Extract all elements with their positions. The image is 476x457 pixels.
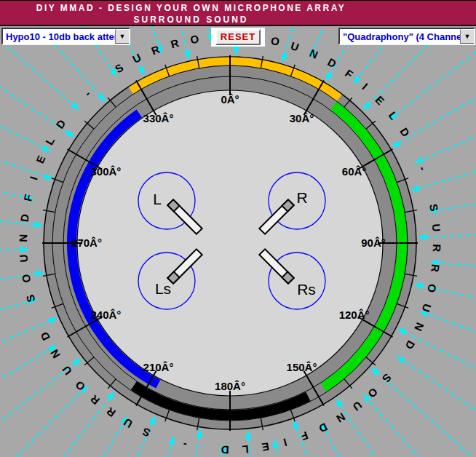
channel-format-value: "Quadraphony" (4 Channels <box>340 31 460 42</box>
svg-text:L: L <box>242 443 249 456</box>
degree-label: 300Â° <box>90 165 121 178</box>
svg-text:R: R <box>429 263 442 273</box>
svg-text:D: D <box>221 444 229 456</box>
degree-label: 150Â° <box>287 361 317 373</box>
channel-format-select[interactable]: "Quadraphony" (4 Channels ▼ <box>338 28 475 45</box>
mic-pattern-value: Hypo10 - 10db back atten. <box>3 31 115 42</box>
mic-label-R: R <box>296 189 307 206</box>
svg-text:N: N <box>17 234 29 242</box>
svg-text:D: D <box>18 213 31 223</box>
svg-text:U: U <box>17 254 30 263</box>
surround-dial: SOUNDFIELD-SURROUNDSOUNDFIELD-SURROUNDSO… <box>0 0 476 457</box>
dial-interior <box>77 90 383 396</box>
degree-label: 330Â° <box>143 112 174 124</box>
mic-label-Rs: Rs <box>297 281 316 298</box>
mic-label-Ls: Ls <box>155 280 171 297</box>
degree-label: 270Â° <box>71 237 102 249</box>
degree-label: 0Â° <box>221 93 239 106</box>
app-title: DIY MMAD - DESIGN YOUR OWN MICROPHONE AR… <box>0 3 382 13</box>
degree-label: 120Â° <box>339 309 370 321</box>
title-bar: DIY MMAD - DESIGN YOUR OWN MICROPHONE AR… <box>0 0 476 26</box>
degree-label: 60Â° <box>342 165 367 178</box>
degree-label: 30Â° <box>290 112 314 124</box>
reset-button[interactable]: RESET <box>215 29 261 45</box>
app-subtitle: SURROUND SOUND <box>0 15 382 25</box>
degree-label: 210Â° <box>143 361 174 373</box>
degree-label: 180Â° <box>215 380 245 392</box>
svg-text:U: U <box>430 223 443 232</box>
chevron-down-icon[interactable]: ▼ <box>460 29 474 44</box>
degree-label: 240Â° <box>90 309 121 321</box>
svg-text:R: R <box>431 244 443 252</box>
title-text: DIY MMAD - DESIGN YOUR OWN MICROPHONE AR… <box>0 3 382 25</box>
mmad-app-window: { "header": { "line1": "DIY MMAD - DESIG… <box>0 0 476 457</box>
chevron-down-icon[interactable]: ▼ <box>115 29 129 44</box>
mic-pattern-select[interactable]: Hypo10 - 10db back atten. ▼ <box>1 28 130 45</box>
degree-label: 90Â° <box>361 237 386 249</box>
mic-label-L: L <box>153 191 162 207</box>
